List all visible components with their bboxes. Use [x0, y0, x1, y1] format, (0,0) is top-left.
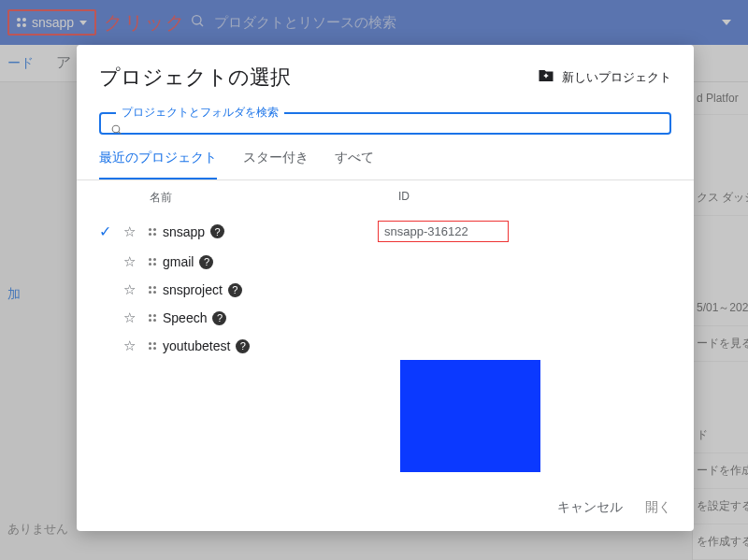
project-name: gmail: [163, 254, 194, 269]
project-name: youtubetest: [163, 338, 230, 353]
table-row[interactable]: ☆ snsproject?: [99, 276, 671, 304]
cancel-button[interactable]: キャンセル: [557, 499, 623, 516]
table-header: 名前 ID: [77, 180, 694, 215]
star-icon[interactable]: ☆: [123, 309, 142, 326]
new-project-button[interactable]: 新しいプロジェクト: [538, 67, 671, 89]
table-row[interactable]: ☆ gmail?: [99, 248, 671, 276]
svg-line-3: [119, 132, 122, 135]
svg-point-2: [112, 125, 120, 133]
table-row[interactable]: ☆ youtubetest?: [99, 332, 671, 360]
open-button[interactable]: 開く: [645, 499, 671, 516]
project-name: Speech: [163, 310, 207, 325]
modal-footer: キャンセル 開く: [77, 484, 694, 531]
modal-tabs: 最近のプロジェクト スター付き すべて: [77, 138, 694, 180]
project-id: snsapp-316122: [378, 221, 509, 242]
modal-title: プロジェクトの選択: [99, 64, 538, 92]
new-folder-icon: [538, 67, 554, 89]
col-id: ID: [398, 190, 671, 206]
star-icon[interactable]: ☆: [123, 337, 142, 354]
star-icon[interactable]: ☆: [123, 223, 142, 240]
star-icon[interactable]: ☆: [123, 253, 142, 270]
help-icon[interactable]: ?: [210, 224, 224, 238]
project-search-label: プロジェクトとフォルダを検索: [116, 105, 284, 121]
project-rows: ✓ ☆ snsapp? snsapp-316122 ☆ gmail? ☆ sns…: [77, 215, 694, 472]
project-type-icon: [142, 258, 163, 266]
help-icon[interactable]: ?: [199, 255, 213, 269]
redaction-block: [400, 360, 540, 472]
project-search-input[interactable]: プロジェクトとフォルダを検索: [99, 112, 671, 135]
project-picker-modal: プロジェクトの選択 新しいプロジェクト プロジェクトとフォルダを検索 最近のプロ…: [77, 45, 694, 531]
project-type-icon: [142, 286, 163, 294]
project-type-icon: [142, 314, 163, 322]
project-type-icon: [142, 342, 163, 350]
check-icon: ✓: [99, 223, 123, 240]
help-icon[interactable]: ?: [228, 283, 242, 297]
tab-starred[interactable]: スター付き: [243, 150, 309, 179]
col-name: 名前: [99, 190, 398, 206]
project-name: snsapp: [163, 224, 205, 239]
tab-all[interactable]: すべて: [335, 150, 374, 179]
help-icon[interactable]: ?: [236, 339, 250, 353]
project-type-icon: [142, 228, 163, 236]
new-project-label: 新しいプロジェクト: [562, 69, 671, 86]
tab-recent[interactable]: 最近のプロジェクト: [99, 150, 217, 179]
table-row[interactable]: ✓ ☆ snsapp? snsapp-316122: [99, 215, 671, 248]
star-icon[interactable]: ☆: [123, 281, 142, 298]
help-icon[interactable]: ?: [212, 311, 226, 325]
project-name: snsproject: [163, 282, 223, 297]
table-row[interactable]: ☆ Speech?: [99, 304, 671, 332]
search-icon: [110, 123, 122, 138]
